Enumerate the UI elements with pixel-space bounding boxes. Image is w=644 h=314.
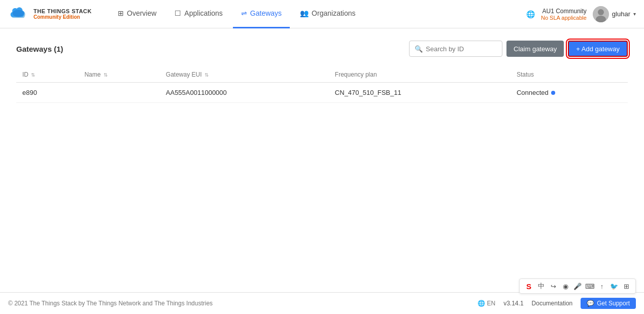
logo-area: THE THINGS STACK Community Edition bbox=[8, 6, 110, 22]
footer-version: v3.14.1 bbox=[503, 300, 523, 307]
footer-lang[interactable]: 🌐 EN bbox=[478, 300, 496, 307]
gateways-icon: ⇌ bbox=[241, 9, 247, 17]
tab-overview[interactable]: ⊞ Overview bbox=[110, 0, 164, 28]
search-box[interactable]: 🔍 bbox=[409, 41, 502, 57]
floating-toolbar: S 中 ↪ ◉ 🎤 ⌨ ↑ 🐦 ⊞ bbox=[519, 278, 636, 294]
support-icon: 💬 bbox=[587, 300, 594, 307]
svg-point-2 bbox=[598, 9, 604, 15]
footer-docs[interactable]: Documentation bbox=[532, 300, 573, 307]
sort-name-icon[interactable]: ⇅ bbox=[104, 72, 108, 78]
brand-subtitle: Community Edition bbox=[33, 14, 92, 20]
applications-icon: ☐ bbox=[175, 9, 181, 17]
table-row[interactable]: e890 AA555A0011000000 CN_470_510_FSB_11 … bbox=[16, 83, 628, 103]
support-label: Get Support bbox=[597, 300, 630, 307]
region-info: AU1 Community No SLA applicable bbox=[541, 8, 587, 21]
table-header-row: ID ⇅ Name ⇅ Gateway EUI ⇅ Frequency plan… bbox=[16, 67, 628, 83]
cell-name bbox=[78, 83, 159, 103]
brand-title: THE THINGS STACK bbox=[33, 8, 92, 14]
svg-point-0 bbox=[13, 10, 24, 17]
toolbar-up-icon[interactable]: ↑ bbox=[597, 281, 607, 291]
main-content: Gateways (1) 🔍 Claim gateway + Add gatew… bbox=[0, 28, 644, 292]
tab-applications-label: Applications bbox=[184, 9, 223, 17]
actions-area: 🔍 Claim gateway + Add gateway bbox=[409, 41, 628, 57]
cell-id: e890 bbox=[16, 83, 78, 103]
search-icon: 🔍 bbox=[415, 45, 423, 53]
table-body: e890 AA555A0011000000 CN_470_510_FSB_11 … bbox=[16, 83, 628, 103]
user-area[interactable]: gluhar ▾ bbox=[593, 6, 636, 22]
tab-applications[interactable]: ☐ Applications bbox=[166, 0, 231, 28]
status-label: Connected bbox=[517, 89, 549, 96]
cell-status: Connected bbox=[511, 83, 628, 103]
footer-copyright: © 2021 The Things Stack by The Things Ne… bbox=[8, 300, 213, 307]
toolbar-translate-icon[interactable]: 中 bbox=[536, 281, 546, 291]
sla-label: No SLA applicable bbox=[541, 15, 587, 21]
claim-gateway-button[interactable]: Claim gateway bbox=[506, 41, 564, 57]
tab-gateways[interactable]: ⇌ Gateways bbox=[233, 0, 290, 28]
chevron-down-icon: ▾ bbox=[633, 11, 636, 17]
toolbar-grid-icon[interactable]: ⊞ bbox=[621, 281, 631, 291]
globe-icon: 🌐 bbox=[526, 10, 535, 18]
avatar-svg bbox=[593, 6, 609, 22]
status-badge: Connected bbox=[517, 89, 622, 96]
tab-organizations-label: Organizations bbox=[312, 9, 355, 17]
search-input[interactable] bbox=[426, 45, 497, 53]
footer-right: 🌐 EN v3.14.1 Documentation 💬 Get Support bbox=[478, 298, 636, 309]
content-header: Gateways (1) 🔍 Claim gateway + Add gatew… bbox=[16, 41, 628, 57]
col-id: ID ⇅ bbox=[16, 67, 78, 83]
overview-icon: ⊞ bbox=[118, 9, 124, 17]
sort-id-icon[interactable]: ⇅ bbox=[31, 72, 35, 78]
header-right: 🌐 AU1 Community No SLA applicable gluhar… bbox=[526, 6, 636, 22]
col-name: Name ⇅ bbox=[78, 67, 159, 83]
get-support-button[interactable]: 💬 Get Support bbox=[581, 298, 636, 309]
toolbar-arrow-icon[interactable]: ↪ bbox=[548, 281, 558, 291]
region-label: AU1 Community bbox=[543, 8, 587, 15]
user-name: gluhar bbox=[612, 10, 630, 18]
main-nav: ⊞ Overview ☐ Applications ⇌ Gateways 👥 O… bbox=[110, 0, 526, 28]
status-dot bbox=[551, 91, 555, 95]
tab-gateways-label: Gateways bbox=[250, 9, 282, 17]
cell-frequency-plan: CN_470_510_FSB_11 bbox=[329, 83, 511, 103]
tab-overview-label: Overview bbox=[127, 9, 156, 17]
organizations-icon: 👥 bbox=[300, 9, 309, 17]
col-status: Status bbox=[511, 67, 628, 83]
sort-eui-icon[interactable]: ⇅ bbox=[205, 72, 209, 78]
gateways-table: ID ⇅ Name ⇅ Gateway EUI ⇅ Frequency plan… bbox=[16, 67, 628, 103]
add-gateway-button[interactable]: + Add gateway bbox=[568, 41, 628, 57]
page-title: Gateways (1) bbox=[16, 45, 63, 53]
lang-label: EN bbox=[487, 300, 496, 307]
footer: © 2021 The Things Stack by The Things Ne… bbox=[0, 292, 644, 314]
tab-organizations[interactable]: 👥 Organizations bbox=[292, 0, 363, 28]
col-frequency-plan: Frequency plan bbox=[329, 67, 511, 83]
globe-footer-icon: 🌐 bbox=[478, 300, 485, 307]
cell-gateway-eui: AA555A0011000000 bbox=[160, 83, 329, 103]
toolbar-mic-icon[interactable]: 🎤 bbox=[572, 281, 583, 291]
cloud-logo bbox=[8, 6, 28, 22]
toolbar-bird-icon[interactable]: 🐦 bbox=[609, 281, 619, 291]
col-gateway-eui: Gateway EUI ⇅ bbox=[160, 67, 329, 83]
header: THE THINGS STACK Community Edition ⊞ Ove… bbox=[0, 0, 644, 28]
toolbar-keyboard-icon[interactable]: ⌨ bbox=[585, 281, 595, 291]
toolbar-s-icon[interactable]: S bbox=[524, 281, 534, 291]
toolbar-circle-icon[interactable]: ◉ bbox=[560, 281, 570, 291]
logo-text: THE THINGS STACK Community Edition bbox=[33, 8, 92, 20]
avatar bbox=[593, 6, 609, 22]
table-header: ID ⇅ Name ⇅ Gateway EUI ⇅ Frequency plan… bbox=[16, 67, 628, 83]
